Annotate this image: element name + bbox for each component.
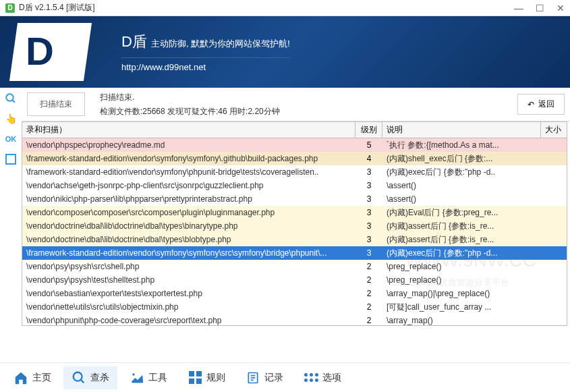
cell-level: 5 (355, 140, 382, 150)
table-row[interactable]: \vendor\phpunit\php-code-coverage\src\re… (22, 314, 567, 326)
app-icon: D (5, 3, 15, 13)
results-table: 录和扫描） 级别 说明 大小 \vendor\phpspec\prophecy\… (22, 121, 567, 326)
scan-toolbar: 扫描结束 扫描结束. 检测文件数:25668 发现可疑文件:46 用时:2.20… (22, 88, 570, 121)
nav-home[interactable]: 主页 (5, 366, 59, 389)
col-path[interactable]: 录和扫描） (22, 122, 355, 138)
table-row[interactable]: \vendor\composer\composer\src\composer\p… (22, 206, 567, 219)
cell-path: \vendor\psy\psysh\test\shelltest.php (22, 275, 355, 285)
cell-desc: (内藏)assert后门 {参数:is_re... (382, 221, 541, 232)
cell-path: \vendor\nette\utils\src\utils\objectmixi… (22, 302, 355, 312)
cell-path: \vendor\doctrine\dbal\lib\doctrine\dbal\… (22, 235, 355, 244)
cell-level: 3 (355, 221, 382, 231)
scan-info: 扫描结束. 检测文件数:25668 发现可疑文件:46 用时:2.20分钟 (100, 90, 280, 118)
cell-desc: (内藏)Eval后门 {参数:preg_re... (382, 207, 541, 219)
cell-path: \vendor\phpunit\php-code-coverage\src\re… (22, 316, 355, 325)
titlebar: D D盾 v2.1.5.4 [测试版] — ☐ ✕ (0, 0, 570, 16)
nav-scan[interactable]: 查杀 (63, 366, 117, 389)
minimize-button[interactable]: — (514, 3, 523, 13)
svg-point-0 (6, 94, 13, 101)
cell-desc: \assert() (382, 194, 541, 204)
svg-line-1 (12, 100, 15, 103)
cell-level: 4 (355, 154, 382, 163)
scan-status: 扫描结束. (100, 90, 280, 104)
nav-options[interactable]: 选项 (295, 366, 349, 389)
scan-button[interactable]: 扫描结束 (27, 92, 85, 116)
scan-stats: 检测文件数:25668 发现可疑文件:46 用时:2.20分钟 (100, 105, 280, 118)
svg-point-4 (132, 373, 134, 375)
ok-icon[interactable]: OK (3, 131, 19, 147)
cell-path: \vendor\phpspec\prophecy\readme.md (22, 140, 355, 150)
cell-level: 3 (355, 235, 382, 244)
search-icon[interactable] (3, 90, 19, 107)
nav-tools[interactable]: 工具 (121, 366, 175, 389)
log-icon (246, 370, 260, 385)
main-body: 👆 OK 扫描结束 扫描结束. 检测文件数:25668 发现可疑文件:46 用时… (0, 88, 570, 326)
window-title: D盾 v2.1.5.4 [测试版] (19, 2, 95, 13)
maximize-button[interactable]: ☐ (536, 3, 544, 13)
banner-subtitle: 主动防御, 默默为你的网站保驾护航! (151, 38, 290, 49)
cell-path: \vendor\nikic\php-parser\lib\phpparser\p… (22, 194, 355, 204)
side-toolbar: 👆 OK (0, 88, 22, 326)
cell-path: \framework-standard-edition\vendor\symfo… (22, 167, 355, 177)
cell-desc: \preg_replace() (382, 262, 541, 271)
banner: D D盾 主动防御, 默默为你的网站保驾护航! http://www.d99ne… (0, 16, 570, 88)
table-row[interactable]: \vendor\doctrine\dbal\lib\doctrine\dbal\… (22, 233, 567, 246)
cell-level: 3 (355, 248, 382, 258)
table-row[interactable]: \vendor\psy\psysh\src\shell.php2\preg_re… (22, 260, 567, 273)
col-size[interactable]: 大小 (541, 122, 567, 138)
cell-level: 3 (355, 181, 382, 190)
cell-path: \vendor\achse\geth-jsonrpc-php-client\sr… (22, 181, 355, 190)
cell-desc: (内藏)shell_exec后门 {参数:... (382, 153, 541, 165)
rules-icon (188, 370, 202, 385)
col-desc[interactable]: 说明 (382, 122, 541, 138)
nav-log[interactable]: 记录 (237, 366, 291, 389)
table-body[interactable]: \vendor\phpspec\prophecy\readme.md5`执行 参… (22, 138, 567, 326)
table-row[interactable]: \vendor\doctrine\dbal\lib\doctrine\dbal\… (22, 219, 567, 233)
table-row[interactable]: \vendor\nette\utils\src\utils\objectmixi… (22, 300, 567, 314)
cell-path: \framework-standard-edition\vendor\symfo… (22, 154, 355, 163)
col-level[interactable]: 级别 (355, 122, 382, 138)
cell-desc: [可疑]call_user_func_array ... (382, 302, 541, 313)
cell-desc: `执行 参数:{[method.As a mat... (382, 140, 541, 151)
pointer-icon[interactable]: 👆 (3, 111, 19, 127)
table-row[interactable]: \framework-standard-edition\vendor\symfo… (22, 246, 567, 260)
home-icon (13, 370, 28, 385)
cell-level: 3 (355, 208, 382, 217)
cell-desc: (内藏)exec后门 {参数:"php -d... (382, 248, 541, 259)
close-button[interactable]: ✕ (557, 3, 565, 13)
cell-path: \vendor\doctrine\dbal\lib\doctrine\dbal\… (22, 221, 355, 231)
svg-point-2 (74, 372, 82, 381)
cell-level: 3 (355, 167, 382, 177)
window-controls: — ☐ ✕ (514, 3, 565, 13)
cell-desc: (内藏)exec后门 {参数:"php -d.. (382, 167, 541, 178)
tools-icon (130, 370, 144, 385)
banner-url[interactable]: http://www.d99net.net (121, 57, 290, 72)
cell-desc: \assert() (382, 181, 541, 190)
undo-icon: ↶ (528, 100, 534, 109)
table-row[interactable]: \vendor\nikic\php-parser\lib\phpparser\p… (22, 192, 567, 206)
cell-level: 2 (355, 302, 382, 312)
box-icon[interactable] (3, 151, 19, 167)
cell-desc: \array_map()|\preg_replace() (382, 289, 541, 298)
table-header: 录和扫描） 级别 说明 大小 (22, 122, 567, 138)
cell-desc: \array_map() (382, 316, 541, 325)
svg-line-3 (81, 379, 84, 383)
table-row[interactable]: \vendor\phpspec\prophecy\readme.md5`执行 参… (22, 138, 567, 152)
cell-level: 2 (355, 275, 382, 285)
table-row[interactable]: \framework-standard-edition\vendor\symfo… (22, 152, 567, 165)
logo-block: D (0, 16, 108, 88)
cell-level: 2 (355, 262, 382, 271)
nav-rules[interactable]: 规则 (179, 366, 233, 389)
back-button[interactable]: ↶返回 (517, 94, 565, 115)
table-row[interactable]: \vendor\psy\psysh\test\shelltest.php2\pr… (22, 273, 567, 287)
cell-desc: \preg_replace() (382, 275, 541, 285)
cell-desc: (内藏)assert后门 {参数:is_re... (382, 234, 541, 246)
table-row[interactable]: \vendor\achse\geth-jsonrpc-php-client\sr… (22, 179, 567, 192)
cell-path: \vendor\composer\composer\src\composer\p… (22, 208, 355, 217)
cell-path: \framework-standard-edition\vendor\symfo… (22, 248, 355, 258)
table-row[interactable]: \framework-standard-edition\vendor\symfo… (22, 165, 567, 179)
options-icon (304, 370, 318, 385)
table-row[interactable]: \vendor\sebastian\exporter\tests\exporte… (22, 287, 567, 300)
search-nav-icon (72, 370, 86, 385)
cell-path: \vendor\psy\psysh\src\shell.php (22, 262, 355, 271)
